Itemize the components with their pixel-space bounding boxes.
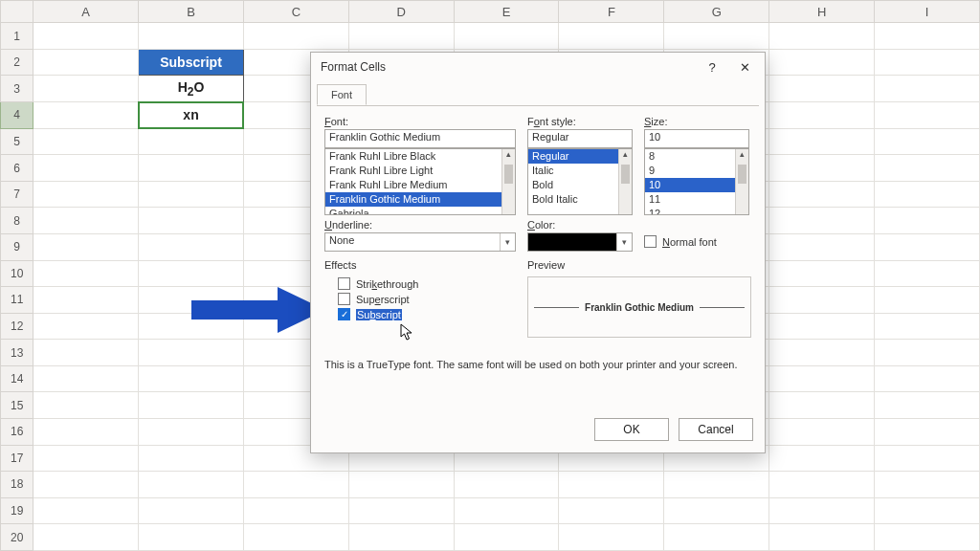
cell[interactable] [139,524,244,551]
fontstyle-listbox[interactable]: Regular Italic Bold Bold Italic ▴ [527,148,633,215]
cell[interactable] [875,208,980,234]
superscript-checkbox[interactable]: Superscript [338,293,516,305]
row-hdr[interactable]: 3 [1,76,33,102]
list-item[interactable]: Frank Ruhl Libre Light [325,164,515,178]
cell[interactable] [664,524,769,551]
cell[interactable] [664,23,769,50]
cell[interactable] [33,181,139,208]
cell[interactable] [875,181,980,208]
cell[interactable] [139,208,244,234]
cell[interactable] [769,181,875,208]
underline-combo[interactable]: None ▾ [324,232,516,252]
list-item[interactable]: Gabriola [325,207,515,215]
cell[interactable] [139,313,244,340]
row-hdr[interactable]: 6 [1,155,33,182]
cell[interactable] [33,472,139,498]
cell[interactable] [875,365,980,392]
cell[interactable] [875,155,980,182]
cell[interactable] [769,128,875,155]
scrollbar[interactable]: ▴ [618,149,632,214]
cell[interactable] [875,497,980,524]
ok-button[interactable]: OK [594,418,669,441]
row-hdr[interactable]: 17 [1,445,33,472]
row-hdr[interactable]: 12 [1,313,33,340]
cell[interactable] [769,287,875,314]
row-hdr[interactable]: 5 [1,128,33,155]
list-item[interactable]: 11 [645,192,748,207]
selectall-corner[interactable] [1,1,33,23]
row-hdr[interactable]: 11 [1,287,33,314]
row-hdr[interactable]: 18 [1,472,33,498]
cell[interactable] [769,208,875,234]
cell[interactable] [769,445,875,472]
row-hdr[interactable]: 15 [1,392,33,419]
row-hdr[interactable]: 4 [1,102,33,129]
scrollbar[interactable]: ▴ [735,149,748,214]
color-combo[interactable]: ▾ [527,232,633,252]
cell[interactable] [33,49,139,76]
cell[interactable] [875,102,980,129]
cell[interactable] [875,49,980,76]
scrollbar[interactable]: ▴ [501,149,515,214]
row-hdr[interactable]: 1 [1,23,33,50]
cell[interactable] [769,392,875,419]
cell[interactable] [33,313,139,340]
list-item[interactable]: 9 [645,164,748,178]
col-hdr-A[interactable]: A [33,1,139,23]
cell[interactable] [559,524,664,551]
cell[interactable] [243,472,348,498]
cell[interactable] [33,102,139,129]
fontstyle-input[interactable]: Regular [527,129,633,148]
cell[interactable] [664,497,769,524]
list-item[interactable]: 8 [645,149,748,164]
cell[interactable] [33,497,139,524]
list-item[interactable]: Frank Ruhl Libre Medium [325,178,515,192]
cell[interactable] [454,23,559,50]
cell[interactable] [875,392,980,419]
list-item[interactable]: 10 [645,178,748,192]
cell[interactable] [664,472,769,498]
cell[interactable] [454,497,559,524]
cell[interactable] [139,260,244,287]
cell[interactable] [139,287,244,314]
list-item[interactable]: Bold [528,178,632,192]
cell[interactable] [139,365,244,392]
cell-B4[interactable]: xn [139,102,244,129]
cell[interactable] [139,497,244,524]
cell[interactable] [348,23,454,50]
cell[interactable] [769,472,875,498]
cell[interactable] [33,260,139,287]
row-hdr[interactable]: 14 [1,365,33,392]
cell[interactable] [875,419,980,446]
cell[interactable] [139,233,244,260]
dialog-help-button[interactable]: ? [696,55,728,78]
cell[interactable] [875,128,980,155]
list-item[interactable]: Frank Ruhl Libre Black [325,149,515,164]
list-item[interactable]: 12 [645,207,748,215]
cell[interactable] [769,313,875,340]
cell[interactable] [559,472,664,498]
cell[interactable] [139,472,244,498]
cell-B3[interactable]: H2O [139,76,244,102]
cell[interactable] [875,472,980,498]
font-listbox[interactable]: Frank Ruhl Libre Black Frank Ruhl Libre … [324,148,516,215]
cell[interactable] [769,155,875,182]
cell[interactable] [33,445,139,472]
cell[interactable] [139,181,244,208]
cell[interactable] [769,76,875,102]
cell[interactable] [139,340,244,366]
cell[interactable] [139,155,244,182]
row-hdr[interactable]: 2 [1,49,33,76]
col-hdr-E[interactable]: E [454,1,559,23]
cell[interactable] [769,524,875,551]
row-hdr[interactable]: 7 [1,181,33,208]
cell[interactable] [33,365,139,392]
cell[interactable] [769,233,875,260]
chevron-down-icon[interactable]: ▾ [500,233,515,251]
row-hdr[interactable]: 16 [1,419,33,446]
font-input[interactable]: Franklin Gothic Medium [324,129,516,148]
cell[interactable] [769,102,875,129]
cell[interactable] [139,445,244,472]
col-hdr-B[interactable]: B [139,1,244,23]
row-hdr[interactable]: 13 [1,340,33,366]
